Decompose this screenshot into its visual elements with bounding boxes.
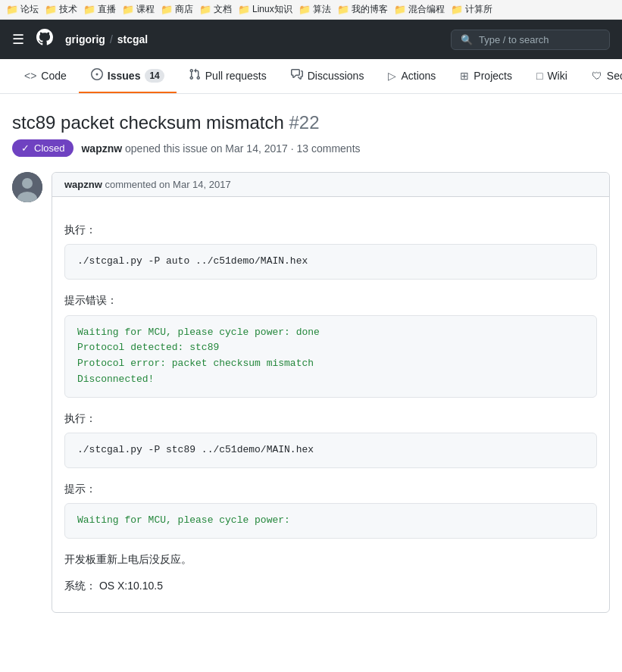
svg-point-1 — [22, 178, 33, 189]
code-block-3: ./stcgal.py -P stc89 ../c51demo/MAIN.hex — [64, 433, 597, 468]
folder-icon: 📁 — [6, 4, 18, 15]
folder-icon: 📁 — [394, 4, 406, 15]
bookmark-course[interactable]: 📁 课程 — [122, 3, 155, 16]
section3-label: 执行： — [64, 410, 597, 427]
bookmark-label: 论坛 — [20, 3, 39, 16]
issue-opened-text: opened this issue on Mar 14, 2017 · 13 c… — [125, 142, 361, 155]
section1-label: 执行： — [64, 221, 597, 238]
tab-projects-label: Projects — [474, 70, 512, 82]
bookmark-compute[interactable]: 📁 计算所 — [451, 3, 492, 16]
code-text-1: ./stcgal.py -P auto ../c51demo/MAIN.hex — [77, 255, 308, 267]
folder-icon: 📁 — [161, 4, 173, 15]
checkmark-icon: ✓ — [21, 142, 30, 154]
discussions-icon — [291, 68, 303, 83]
code-block-4: Waiting for MCU, please cycle power: — [64, 503, 597, 539]
tab-actions-label: Actions — [401, 70, 436, 82]
comment-header: wapznw commented on Mar 14, 2017 — [52, 173, 609, 197]
search-placeholder: Type / to search — [479, 34, 549, 45]
issue-title: stc89 packet checksum mismatch #22 — [12, 112, 610, 133]
bookmark-live[interactable]: 📁 直播 — [83, 3, 116, 16]
code-icon: <> — [24, 70, 36, 82]
issues-icon — [91, 68, 103, 83]
bookmarks-bar: 📁 论坛 📁 技术 📁 直播 📁 课程 📁 商店 📁 文档 📁 Linux知识 … — [0, 0, 622, 20]
repo-tabs: <> Code Issues 14 Pull requests Discussi… — [0, 59, 622, 94]
code-block-1: ./stcgal.py -P auto ../c51demo/MAIN.hex — [64, 244, 597, 280]
security-icon: 🛡 — [592, 70, 602, 82]
main-content: stc89 packet checksum mismatch #22 ✓ Clo… — [0, 94, 622, 643]
bookmark-shop[interactable]: 📁 商店 — [161, 3, 193, 16]
folder-icon: 📁 — [122, 4, 134, 15]
section5-text: 开发板重新上电后没反应。 — [64, 551, 597, 567]
code-line-2: Protocol detected: stc89 — [77, 340, 584, 356]
status-badge: ✓ Closed — [12, 139, 73, 157]
tab-discussions[interactable]: Discussions — [279, 59, 377, 93]
tab-security-label: Security — [607, 70, 622, 82]
folder-icon: 📁 — [238, 4, 250, 15]
folder-icon: 📁 — [45, 4, 57, 15]
bookmark-label: 直播 — [98, 3, 116, 16]
bookmark-blog[interactable]: 📁 我的博客 — [337, 3, 388, 16]
bookmark-label: 算法 — [313, 3, 331, 16]
issue-author-link[interactable]: wapznw — [81, 142, 122, 155]
breadcrumb: grigorig / stcgal — [65, 33, 148, 45]
tab-pull-requests[interactable]: Pull requests — [177, 59, 279, 93]
bookmark-label: Linux知识 — [252, 3, 292, 16]
projects-icon: ⊞ — [460, 70, 469, 82]
bookmark-label: 课程 — [136, 3, 155, 16]
system-label: 系统： — [64, 580, 96, 592]
issue-title-text: stc89 packet checksum mismatch — [12, 112, 284, 133]
pull-request-icon — [189, 68, 201, 83]
github-logo[interactable] — [36, 29, 53, 50]
tab-code-label: Code — [41, 70, 66, 82]
nav-repo-link[interactable]: stcgal — [117, 33, 148, 45]
bookmark-docs[interactable]: 📁 文档 — [199, 3, 232, 16]
issue-meta-text: wapznw opened this issue on Mar 14, 2017… — [81, 142, 360, 155]
tab-wiki-label: Wiki — [547, 70, 567, 82]
folder-icon: 📁 — [337, 4, 349, 15]
tab-actions[interactable]: ▷ Actions — [376, 61, 448, 92]
folder-icon: 📁 — [83, 4, 95, 15]
nav-user-link[interactable]: grigorig — [65, 33, 105, 45]
issue-meta: ✓ Closed wapznw opened this issue on Mar… — [12, 139, 610, 157]
top-nav: ☰ grigorig / stcgal 🔍 Type / to search — [0, 20, 622, 59]
comment-thread: wapznw commented on Mar 14, 2017 执行： ./s… — [12, 172, 610, 613]
tab-projects[interactable]: ⊞ Projects — [448, 61, 524, 92]
comment-author-link[interactable]: wapznw — [64, 179, 102, 190]
tab-wiki[interactable]: □ Wiki — [524, 61, 580, 92]
comment-date: commented on Mar 14, 2017 — [105, 179, 230, 190]
code-line-3: Protocol error: packet checksum mismatch — [77, 356, 584, 372]
system-value: OS X:10.10.5 — [99, 580, 163, 592]
tab-security[interactable]: 🛡 Security — [580, 61, 622, 92]
tab-issues-label: Issues — [108, 70, 141, 82]
comment-row: wapznw commented on Mar 14, 2017 执行： ./s… — [12, 172, 610, 613]
bookmark-tech[interactable]: 📁 技术 — [45, 3, 77, 16]
search-box[interactable]: 🔍 Type / to search — [451, 30, 610, 50]
section2-label: 提示错误： — [64, 292, 597, 308]
issues-badge: 14 — [145, 69, 164, 83]
bookmark-label: 混合编程 — [408, 3, 445, 16]
folder-icon: 📁 — [451, 4, 463, 15]
section4-label: 提示： — [64, 480, 597, 497]
tab-issues[interactable]: Issues 14 — [79, 59, 177, 93]
bookmark-linux[interactable]: 📁 Linux知识 — [238, 3, 292, 16]
hamburger-menu[interactable]: ☰ — [12, 31, 24, 48]
comment-body: 执行： ./stcgal.py -P auto ../c51demo/MAIN.… — [52, 197, 609, 612]
folder-icon: 📁 — [298, 4, 311, 15]
bookmark-algo[interactable]: 📁 算法 — [298, 3, 331, 16]
tab-pr-label: Pull requests — [205, 70, 267, 82]
actions-icon: ▷ — [388, 70, 396, 82]
bookmark-mixed[interactable]: 📁 混合编程 — [394, 3, 445, 16]
bookmark-label: 文档 — [214, 3, 232, 16]
code-line-4: Disconnected! — [77, 372, 584, 388]
code-line-1: Waiting for MCU, please cycle power: don… — [77, 325, 584, 341]
bookmark-label: 技术 — [59, 3, 77, 16]
issue-number: #22 — [289, 112, 319, 133]
breadcrumb-separator: / — [110, 33, 113, 45]
wiki-icon: □ — [536, 70, 542, 82]
tab-discussions-label: Discussions — [308, 70, 364, 82]
folder-icon: 📁 — [199, 4, 211, 15]
bookmark-label: 我的博客 — [352, 3, 388, 16]
tab-code[interactable]: <> Code — [12, 61, 79, 92]
status-label: Closed — [34, 142, 64, 154]
bookmark-forum[interactable]: 📁 论坛 — [6, 3, 39, 16]
